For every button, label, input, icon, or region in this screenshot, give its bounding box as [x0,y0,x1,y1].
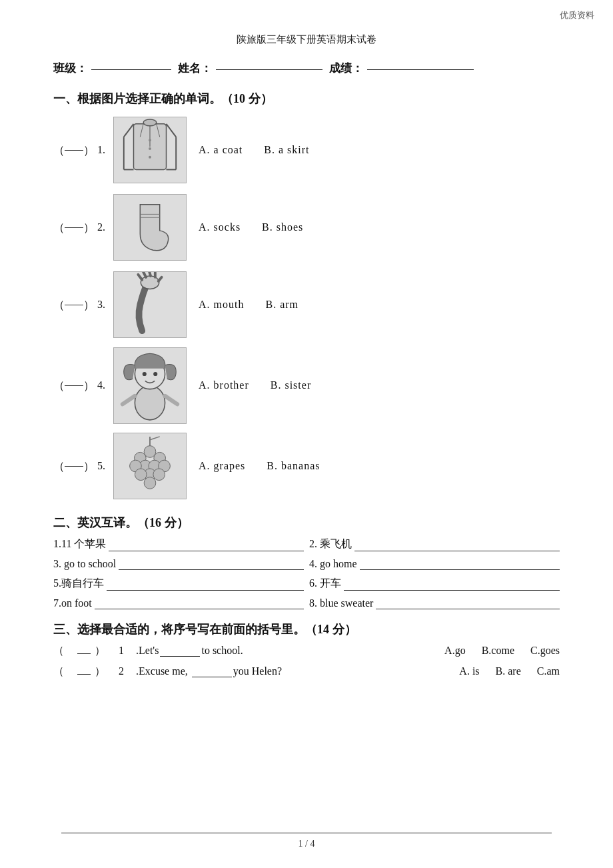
class-line [91,67,171,70]
mcq-row-1: （ ） 1 .Let'sto school. A.go B.come C.goe… [53,644,560,658]
svg-line-21 [159,277,162,281]
section3: 三、选择最合适的，将序号写在前面的括号里。（14 分） （ ） 1 .Let's… [53,621,560,679]
svg-line-2 [167,124,177,137]
trans-row-2: 3. go to school 4. go home [53,558,560,570]
q2-image [113,194,187,261]
q3-choices: A. mouth B. arm [199,299,299,311]
doc-title: 陕旅版三年级下册英语期末试卷 [53,33,560,46]
mcq1-options: A.go B.come C.goes [444,645,560,657]
svg-point-12 [149,147,151,150]
class-label: 班级： [53,61,87,76]
arm-icon [114,272,186,337]
svg-line-17 [138,275,142,280]
svg-point-11 [149,139,151,141]
svg-point-39 [153,469,165,481]
svg-line-19 [149,272,151,276]
svg-line-27 [165,395,177,403]
question-row-3: （ ） 3. A. mouth B. arm [53,268,560,341]
q1-image [113,117,187,183]
q3-image [113,271,187,338]
q4-image [113,347,187,424]
svg-point-40 [144,477,156,489]
q2-paren: （ ） 2. [53,220,113,235]
name-label: 姓名： [178,61,212,76]
mcq-row-2: （ ） 2 .Excuse me, you Helen? A. is B. ar… [53,665,560,679]
q5-image [113,433,187,499]
question-row-4: （ ） 4. [53,345,560,425]
q3-paren: （ ） 3. [53,297,113,313]
trans-row-1: 1.11 个苹果 2. 乘飞机 [53,537,560,551]
q5-choices: A. grapes B. bananas [199,460,320,472]
svg-point-13 [149,156,151,159]
q1-paren: （ ） 1. [53,143,113,158]
question-row-1: （ ） 1. [53,113,560,187]
svg-line-1 [124,124,134,137]
grapes-icon [114,433,186,499]
trans-item-6: 6. 开车 [309,577,560,591]
name-line [216,67,322,70]
watermark-text: 优质资料 [560,9,594,21]
page-footer: 1 / 4 [0,833,613,849]
svg-line-18 [143,272,146,277]
svg-point-24 [143,371,147,375]
girl-icon [114,348,186,423]
trans-item-8: 8. blue sweater [309,597,560,609]
score-line [367,67,474,70]
q1-choices: A. a coat B. a skirt [199,144,310,156]
footer-divider [61,833,552,833]
trans-row-4: 7.on foot 8. blue sweater [53,597,560,609]
trans-item-1: 1.11 个苹果 [53,537,304,551]
svg-point-25 [153,371,157,375]
coat-icon [114,117,186,183]
trans-item-7: 7.on foot [53,597,304,609]
trans-item-4: 4. go home [309,558,560,570]
q4-paren: （ ） 4. [53,378,113,393]
score-label: 成绩： [329,61,363,76]
q4-choices: A. brother B. sister [199,379,311,391]
section3-title: 三、选择最合适的，将序号写在前面的括号里。（14 分） [53,621,560,637]
section2-title: 二、英汉互译。（16 分） [53,515,560,531]
svg-line-29 [150,437,160,440]
q5-paren: （ ） 5. [53,459,113,474]
svg-point-16 [141,276,159,289]
header-row: 班级： 姓名： 成绩： [53,61,560,76]
question-row-2: （ ） 2. A. socks B. shoes [53,191,560,264]
section1-title: 一、根据图片选择正确的单词。（10 分） [53,91,560,107]
trans-item-3: 3. go to school [53,558,304,570]
svg-line-26 [123,395,135,403]
svg-point-22 [135,385,165,419]
sock-icon [114,195,186,260]
q2-choices: A. socks B. shoes [199,221,303,233]
trans-row-3: 5.骑自行车 6. 开车 [53,577,560,591]
svg-point-38 [135,469,147,481]
question-row-5: （ ） 5. [53,429,560,503]
mcq2-options: A. is B. are C.am [459,665,560,677]
trans-item-2: 2. 乘飞机 [309,537,560,551]
trans-item-5: 5.骑自行车 [53,577,304,591]
section2: 二、英汉互译。（16 分） 1.11 个苹果 2. 乘飞机 3. go to s… [53,515,560,609]
page-number: 1 / 4 [299,839,315,849]
svg-point-8 [143,119,157,126]
